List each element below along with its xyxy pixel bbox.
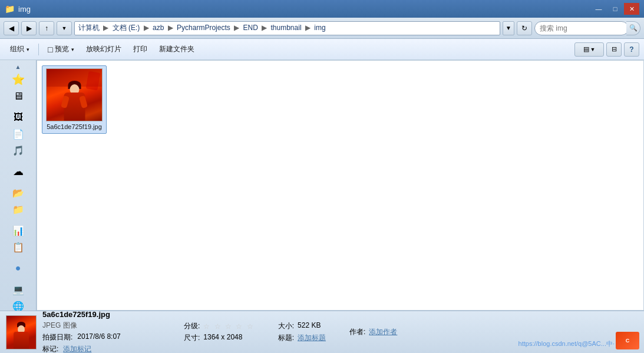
sidebar-item-blue[interactable]: ●	[6, 261, 30, 275]
blue-icon: ●	[11, 261, 25, 275]
sidebar-item-docs[interactable]: 📄	[6, 127, 30, 141]
author-label: 作者:	[349, 327, 365, 337]
author-value[interactable]: 添加作者	[369, 327, 397, 337]
grid-icon: 📊	[11, 223, 25, 237]
capture-date-value: 2017/8/6 8:07	[77, 332, 120, 342]
minimize-button[interactable]: —	[591, 3, 606, 15]
toolbar: 组织 ▾ □ 预览 ▾ 放映幻灯片 打印 新建文件夹 ▤ ▼ ⊟ ?	[0, 39, 644, 60]
tags-value[interactable]: 添加标记	[63, 344, 91, 353]
search-button[interactable]: 🔍	[626, 21, 640, 35]
sidebar: ▲ ⭐ 🖥 🖼 📄 🎵 ☁ 📂 📁 📊	[0, 60, 37, 311]
breadcrumb: 计算机 ▶ 文档 (E:) ▶ azb ▶ PycharmProjects ▶ …	[78, 23, 326, 33]
sidebar-item-library[interactable]: 🖼	[6, 110, 30, 124]
back-button[interactable]: ◀	[4, 21, 19, 35]
help-button[interactable]: ?	[624, 42, 639, 57]
sidebar-item-desktop[interactable]: 🖥	[6, 89, 30, 103]
slideshow-button[interactable]: 放映幻灯片	[81, 41, 127, 58]
window-controls: — □ ✕	[591, 3, 639, 15]
address-dropdown-button[interactable]: ▼	[503, 21, 514, 35]
folder-icon: 📂	[11, 186, 25, 200]
status-thumbnail	[6, 315, 37, 349]
csdn-logo: C	[616, 332, 639, 349]
pc-icon: 💻	[11, 282, 25, 296]
file-item[interactable]: 5a6c1de725f19.jpg	[42, 65, 107, 134]
folder2-icon: 📁	[11, 202, 25, 216]
rating-label: 分级:	[184, 321, 200, 331]
view-dropdown-button[interactable]: ▤ ▼	[574, 42, 604, 57]
sidebar-item-folder1[interactable]: 📂	[6, 186, 30, 200]
main-area: ▲ ⭐ 🖥 🖼 📄 🎵 ☁ 📂 📁 📊	[0, 60, 644, 311]
file-thumbnail	[46, 68, 103, 121]
up-button[interactable]: ↑	[39, 21, 54, 35]
search-input[interactable]	[540, 24, 623, 32]
cloud-icon: ☁	[11, 164, 25, 179]
watermark: https://blog.csdn.net/q@5AC...中·	[518, 339, 615, 348]
docs-icon: 📄	[11, 127, 25, 141]
list-icon: 📋	[11, 240, 25, 254]
status-bar: 5a6c1de725f19.jpg JPEG 图像 拍摄日期: 2017/8/6…	[0, 311, 644, 353]
size-value: 522 KB	[298, 321, 321, 331]
view-icon: ▤	[583, 45, 589, 53]
size-label: 大小:	[278, 321, 294, 331]
rating-stars: ☆ ☆ ☆ ☆ ☆	[203, 322, 254, 331]
title-bar: 📁 img — □ ✕	[0, 0, 644, 18]
maximize-button[interactable]: □	[607, 3, 623, 15]
print-button[interactable]: 打印	[128, 41, 153, 58]
preview-icon: □	[48, 45, 52, 54]
dimensions-label: 尺寸:	[184, 333, 200, 343]
organize-button[interactable]: 组织 ▾	[5, 41, 35, 58]
preview-button[interactable]: □ 预览 ▾	[42, 41, 80, 58]
tags-label: 标记:	[42, 344, 58, 353]
title-bar-title: img	[18, 5, 31, 14]
desktop-icon: 🖥	[11, 89, 25, 103]
capture-date-label: 拍摄日期:	[42, 332, 72, 342]
status-filetype: JPEG 图像	[42, 321, 77, 329]
forward-button[interactable]: ▶	[21, 21, 37, 35]
toolbar-separator	[38, 44, 39, 55]
close-button[interactable]: ✕	[624, 3, 639, 15]
new-folder-button[interactable]: 新建文件夹	[154, 41, 200, 58]
file-area[interactable]: 5a6c1de725f19.jpg	[37, 60, 644, 311]
status-filename: 5a6c1de725f19.jpg	[42, 310, 110, 319]
dimensions-value: 1364 x 2048	[203, 333, 242, 343]
sidebar-item-music[interactable]: 🎵	[6, 143, 30, 157]
address-bar: ◀ ▶ ↑ ▼ 计算机 ▶ 文档 (E:) ▶ azb ▶ PycharmPro…	[0, 18, 644, 39]
sidebar-item-favorites[interactable]: ⭐	[6, 72, 30, 87]
search-container	[534, 21, 629, 35]
file-name: 5a6c1de725f19.jpg	[47, 123, 102, 131]
sidebar-item-grid[interactable]: 📊	[6, 223, 30, 237]
sidebar-item-network[interactable]: 🌐	[6, 299, 30, 311]
address-path[interactable]: 计算机 ▶ 文档 (E:) ▶ azb ▶ PycharmProjects ▶ …	[74, 21, 500, 35]
sidebar-item-folder2[interactable]: 📁	[6, 202, 30, 216]
toolbar-right: ▤ ▼ ⊟ ?	[574, 42, 639, 57]
refresh-button[interactable]: ↻	[517, 21, 532, 35]
recent-button[interactable]: ▼	[57, 21, 72, 35]
star-icon: ⭐	[11, 72, 25, 87]
library-icon: 🖼	[11, 110, 25, 124]
sidebar-item-list[interactable]: 📋	[6, 240, 30, 254]
sidebar-item-pc[interactable]: 💻	[6, 282, 30, 296]
sidebar-scroll-up[interactable]: ▲	[8, 64, 29, 70]
sidebar-item-cloud[interactable]: ☁	[6, 164, 30, 179]
layout-icon: ⊟	[612, 45, 617, 53]
subject-value[interactable]: 添加标题	[298, 333, 326, 343]
network-icon: 🌐	[11, 299, 25, 311]
layout-toggle-button[interactable]: ⊟	[606, 42, 622, 57]
subject-label: 标题:	[278, 333, 294, 343]
music-icon: 🎵	[11, 143, 25, 157]
